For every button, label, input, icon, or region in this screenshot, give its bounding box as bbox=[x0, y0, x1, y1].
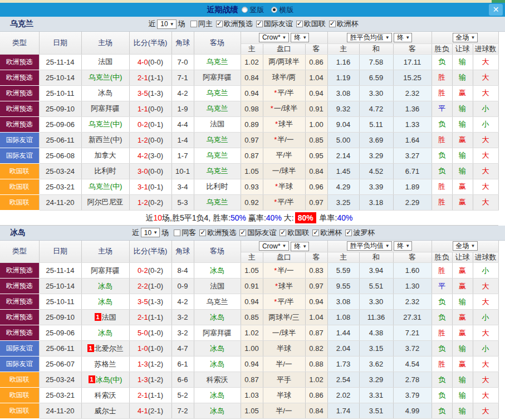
score-cell: 3-1(0-1) bbox=[129, 179, 171, 194]
home-team-cell: 冰岛 bbox=[81, 294, 129, 310]
competition-1-checkbox[interactable] bbox=[239, 229, 246, 236]
odds-home: 0.94 bbox=[241, 294, 263, 310]
match-date: 25-10-14 bbox=[39, 70, 81, 85]
match-count-select[interactable]: 10▼ bbox=[141, 228, 160, 237]
match-date: 25-11-14 bbox=[39, 263, 81, 279]
chevron-down-icon: ▼ bbox=[471, 35, 475, 40]
layout-radio-horizontal-label[interactable]: 横版 bbox=[280, 5, 294, 15]
match-date: 25-03-24 bbox=[39, 163, 81, 179]
chevron-down-icon: ▼ bbox=[405, 243, 410, 248]
halftime-score: (1-0) bbox=[148, 282, 163, 290]
odds-away: 0.95 bbox=[305, 148, 327, 163]
home-team-name: 阿塞拜疆 bbox=[91, 104, 120, 113]
handicap-line: 平手 bbox=[263, 372, 305, 388]
competition-type-cell: 欧国联 bbox=[0, 388, 39, 403]
avg-lose: 2.32 bbox=[393, 294, 432, 310]
competition-3-label[interactable]: 欧洲杯 bbox=[320, 228, 342, 238]
result-cell: 胜 bbox=[432, 325, 452, 341]
home-team-name: 加拿大 bbox=[95, 151, 116, 159]
away-team-cell: 乌克兰 bbox=[194, 85, 241, 101]
odds-away: 0.84 bbox=[305, 403, 327, 419]
score-cell: 4-0(0-0) bbox=[129, 54, 171, 70]
competition-4-label[interactable]: 波罗杯 bbox=[353, 228, 375, 238]
competition-0-checkbox[interactable] bbox=[216, 21, 223, 27]
competition-0-checkbox[interactable] bbox=[199, 229, 206, 236]
competition-type-cell: 欧洲预选 bbox=[0, 325, 39, 341]
home-team-cell: 加拿大 bbox=[81, 148, 129, 163]
odds-home: 1.00 bbox=[241, 341, 263, 356]
handicap-result-cell: 赢 bbox=[452, 132, 473, 148]
competition-2-checkbox[interactable] bbox=[296, 21, 303, 27]
competition-1-checkbox[interactable] bbox=[256, 21, 263, 27]
odds-final-select[interactable]: 终▼ bbox=[291, 33, 309, 42]
odds-source-select[interactable]: Crow*▼ bbox=[259, 33, 289, 42]
competition-2-checkbox[interactable] bbox=[280, 229, 286, 236]
avg-odds-select[interactable]: 胜平负均值▼ bbox=[347, 33, 392, 42]
halftime-score: (1-3) bbox=[148, 297, 163, 306]
odds-away: 0.96 bbox=[305, 179, 327, 194]
fulltime-score: 4-1 bbox=[138, 407, 148, 415]
handicap-result-cell: 输 bbox=[452, 70, 473, 85]
avg-final-select[interactable]: 终▼ bbox=[394, 241, 412, 251]
fulltime-score: 2-1 bbox=[138, 391, 148, 399]
avg-final-select[interactable]: 终▼ bbox=[394, 33, 412, 42]
competition-0-label[interactable]: 欧洲预选 bbox=[207, 228, 236, 238]
competition-type-badge: 欧国联 bbox=[0, 372, 39, 387]
away-team-cell: 冰岛 bbox=[194, 388, 241, 403]
filter-controls: 近10▼场同主欧洲预选国际友谊欧国联欧洲杯 bbox=[146, 19, 358, 29]
odds-away: 0.86 bbox=[305, 54, 327, 70]
odds-home: 1.05 bbox=[241, 263, 263, 279]
competition-type-cell: 欧洲预选 bbox=[0, 85, 39, 101]
close-icon[interactable]: ✕ bbox=[489, 4, 503, 16]
fulltime-select[interactable]: 全场▼ bbox=[453, 241, 478, 251]
summary-text: 40% bbox=[337, 213, 352, 222]
score-cell: 1-2(0-0) bbox=[129, 132, 171, 148]
away-team-name: 乌克兰 bbox=[207, 89, 228, 97]
away-team-name: 阿塞拜疆 bbox=[203, 329, 232, 337]
competition-1-label[interactable]: 国际友谊 bbox=[264, 19, 293, 29]
handicap-result-cell: 赢 bbox=[452, 85, 473, 101]
odds-final-select[interactable]: 终▼ bbox=[291, 242, 309, 251]
fulltime-select[interactable]: 全场▼ bbox=[453, 33, 478, 42]
match-row: 欧洲预选25-09-06乌克兰(中)0-2(0-1)4-4法国0.89*球半1.… bbox=[0, 116, 498, 132]
avg-lose: 1.89 bbox=[393, 179, 432, 194]
away-team-cell: 冰岛 bbox=[194, 341, 241, 356]
competition-0-label[interactable]: 欧洲预选 bbox=[224, 19, 253, 29]
competition-2-label[interactable]: 欧国联 bbox=[304, 19, 326, 29]
same-venue-label[interactable]: 同主 bbox=[198, 19, 213, 29]
summary-text: 近 bbox=[146, 213, 154, 222]
avg-odds-group-header: 胜平负均值▼ 终▼ bbox=[327, 241, 432, 252]
odds-home: 0.87 bbox=[241, 148, 263, 163]
handicap-star: * bbox=[274, 198, 277, 206]
layout-radio-vertical-label[interactable]: 竖版 bbox=[250, 5, 264, 15]
competition-1-label[interactable]: 国际友谊 bbox=[247, 228, 276, 238]
corners-cell: 7-0 bbox=[171, 54, 194, 70]
fulltime-score: 1-3 bbox=[138, 360, 148, 368]
same-venue-checkbox[interactable] bbox=[190, 21, 197, 27]
summary-text: 10 bbox=[154, 213, 163, 222]
competition-3-label[interactable]: 欧洲杯 bbox=[337, 19, 359, 29]
layout-radio-horizontal[interactable] bbox=[271, 7, 277, 13]
away-team-name: 乌克兰 bbox=[207, 135, 228, 144]
avg-lose: 15.25 bbox=[393, 70, 432, 85]
competition-4-checkbox[interactable] bbox=[345, 229, 352, 236]
competition-3-checkbox[interactable] bbox=[329, 21, 336, 27]
goals-result-cell: 小 bbox=[473, 341, 498, 356]
same-venue-checkbox[interactable] bbox=[174, 229, 180, 236]
odds-source-select[interactable]: Crow*▼ bbox=[259, 241, 289, 251]
away-team-cell: 法国 bbox=[194, 116, 241, 132]
odds-home: 0.94 bbox=[241, 85, 263, 101]
halftime-score: (0-1) bbox=[148, 183, 163, 191]
competition-type-badge: 欧洲预选 bbox=[0, 279, 39, 294]
competition-3-checkbox[interactable] bbox=[312, 229, 319, 236]
same-venue-label[interactable]: 同客 bbox=[182, 228, 196, 238]
match-count-select[interactable]: 10▼ bbox=[157, 19, 176, 29]
home-team-cell: 1法国 bbox=[81, 310, 129, 325]
avg-odds-select[interactable]: 胜平负均值▼ bbox=[347, 241, 392, 251]
away-team-cell: 冰岛 bbox=[194, 310, 241, 325]
layout-radio-vertical[interactable] bbox=[242, 7, 248, 13]
result-cell: 负 bbox=[432, 54, 452, 70]
sub-column-header: 主 bbox=[241, 43, 263, 54]
competition-2-label[interactable]: 欧国联 bbox=[287, 228, 309, 238]
home-team-name: 新西兰(中) bbox=[89, 135, 122, 144]
